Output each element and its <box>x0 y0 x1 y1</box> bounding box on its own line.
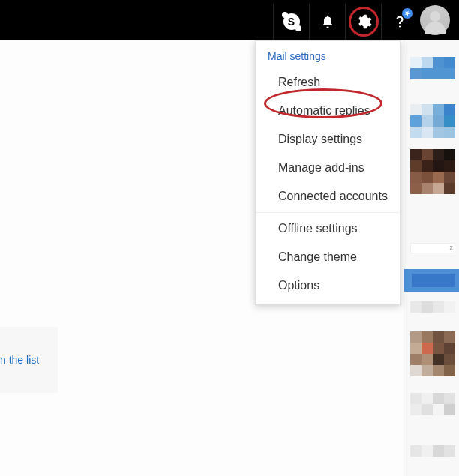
list-panel-text: n the list <box>0 354 39 366</box>
help-button[interactable] <box>381 4 417 40</box>
pixelated-thumbnail <box>410 393 455 415</box>
selected-row-bg <box>404 269 459 292</box>
notification-badge-icon <box>402 8 412 19</box>
skype-icon: S <box>284 13 300 30</box>
menu-item-manage-addins[interactable]: Manage add-ins <box>256 154 400 182</box>
menu-item-change-theme[interactable]: Change theme <box>256 243 400 271</box>
menu-item-offline-settings[interactable]: Offline settings <box>256 214 400 243</box>
top-bar: S <box>0 0 459 40</box>
pixelated-thumbnail <box>410 445 455 457</box>
menu-item-automatic-replies[interactable]: Automatic replies <box>256 97 400 125</box>
skype-button[interactable]: S <box>273 4 309 40</box>
pixelated-thumbnail <box>410 57 455 79</box>
pixelated-thumbnail <box>410 301 455 313</box>
gear-icon <box>356 13 372 30</box>
pixelated-thumbnail <box>410 104 455 138</box>
dropdown-header: Mail settings <box>256 41 400 68</box>
pixelated-text: z <box>410 243 455 253</box>
dropdown-separator <box>256 212 400 213</box>
pixelated-thumbnail <box>410 149 455 194</box>
menu-item-connected-accounts[interactable]: Connected accounts <box>256 182 400 211</box>
topbar-icons: S <box>273 0 450 40</box>
menu-item-display-settings[interactable]: Display settings <box>256 125 400 154</box>
bell-icon <box>320 14 335 29</box>
notifications-button[interactable] <box>309 4 345 40</box>
settings-dropdown: Mail settings Refresh Automatic replies … <box>255 40 400 305</box>
settings-button[interactable] <box>345 4 381 40</box>
menu-item-refresh[interactable]: Refresh <box>256 68 400 97</box>
menu-item-options[interactable]: Options <box>256 271 400 300</box>
right-sidebar: z <box>404 40 459 476</box>
pixelated-thumbnail <box>410 331 455 376</box>
avatar[interactable] <box>420 5 450 35</box>
